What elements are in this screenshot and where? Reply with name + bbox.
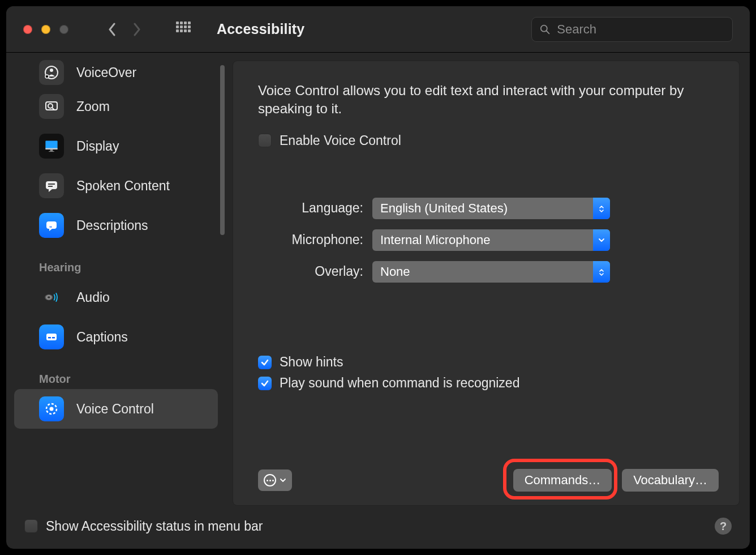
forward-button[interactable] bbox=[132, 22, 142, 37]
ellipsis-icon bbox=[264, 474, 276, 486]
toolbar: Accessibility bbox=[6, 6, 750, 53]
sidebar-item-label: Voice Control bbox=[76, 402, 154, 417]
sidebar-category-hearing: Hearing bbox=[14, 245, 233, 278]
sidebar-item-label: Audio bbox=[76, 290, 110, 305]
voice-control-icon bbox=[39, 396, 64, 421]
search-input[interactable] bbox=[556, 22, 724, 37]
svg-rect-8 bbox=[176, 29, 179, 32]
sidebar-item-descriptions[interactable]: „ Descriptions bbox=[14, 206, 218, 245]
sidebar-list: VoiceOver Zoom Display bbox=[14, 55, 233, 429]
content: VoiceOver Zoom Display bbox=[6, 53, 750, 510]
svg-rect-25 bbox=[48, 183, 55, 185]
zoom-icon bbox=[39, 94, 64, 119]
language-label: Language: bbox=[258, 200, 363, 216]
nav-arrows bbox=[107, 22, 142, 37]
play-sound-checkbox[interactable] bbox=[258, 377, 272, 390]
search-field[interactable] bbox=[531, 17, 733, 42]
search-icon bbox=[540, 24, 550, 35]
svg-rect-22 bbox=[50, 150, 53, 151]
svg-rect-11 bbox=[188, 29, 191, 32]
audio-icon bbox=[39, 285, 64, 310]
show-hints-checkbox[interactable] bbox=[258, 356, 272, 369]
microphone-value: Internal Microphone bbox=[380, 233, 490, 247]
enable-voice-control-checkbox[interactable] bbox=[258, 134, 272, 147]
minimize-window-button[interactable] bbox=[41, 25, 50, 34]
show-hints-label: Show hints bbox=[280, 355, 343, 370]
display-icon bbox=[39, 134, 64, 159]
microphone-label: Microphone: bbox=[258, 232, 363, 247]
svg-point-16 bbox=[45, 75, 49, 78]
svg-rect-32 bbox=[46, 334, 57, 340]
help-button[interactable]: ? bbox=[715, 518, 732, 535]
close-window-button[interactable] bbox=[23, 25, 32, 34]
sidebar-item-audio[interactable]: Audio bbox=[14, 278, 218, 317]
spoken-content-icon bbox=[39, 173, 64, 198]
back-button[interactable] bbox=[107, 22, 117, 37]
sidebar-item-label: Display bbox=[76, 139, 119, 154]
play-sound-label: Play sound when command is recognized bbox=[280, 375, 519, 391]
svg-rect-3 bbox=[188, 22, 191, 24]
svg-rect-10 bbox=[184, 29, 187, 32]
language-value: English (United States) bbox=[380, 201, 508, 216]
chevron-right-icon bbox=[133, 23, 141, 36]
svg-point-12 bbox=[541, 25, 547, 31]
voice-control-form: Language: English (United States) Microp… bbox=[258, 193, 719, 288]
svg-rect-24 bbox=[46, 181, 57, 189]
svg-rect-23 bbox=[49, 151, 54, 152]
show-status-checkbox[interactable] bbox=[24, 519, 38, 533]
sidebar-item-voice-control[interactable]: Voice Control bbox=[14, 389, 218, 429]
svg-rect-1 bbox=[180, 22, 183, 24]
svg-rect-9 bbox=[180, 29, 183, 32]
stepper-icon bbox=[593, 198, 610, 219]
captions-icon bbox=[39, 325, 64, 349]
zoom-window-button bbox=[59, 25, 68, 34]
lower-options: Show hints Play sound when command is re… bbox=[258, 349, 519, 391]
chevron-left-icon bbox=[108, 23, 116, 36]
microphone-select[interactable]: Internal Microphone bbox=[372, 229, 610, 251]
stepper-icon bbox=[593, 261, 610, 283]
grid-icon bbox=[176, 22, 192, 37]
sidebar-item-label: Spoken Content bbox=[76, 178, 170, 194]
main-panel-container: Voice Control allows you to edit text an… bbox=[233, 53, 750, 510]
voiceover-icon bbox=[39, 60, 64, 85]
enable-voice-control-label: Enable Voice Control bbox=[280, 133, 401, 148]
chevron-down-icon bbox=[280, 478, 286, 483]
sidebar-scrollbar[interactable] bbox=[220, 65, 225, 235]
language-select[interactable]: English (United States) bbox=[372, 198, 610, 219]
sidebar-item-label: Descriptions bbox=[76, 218, 148, 233]
sidebar-item-label: VoiceOver bbox=[76, 65, 136, 80]
preferences-window: Accessibility VoiceOver bbox=[6, 6, 750, 549]
svg-text:„: „ bbox=[49, 222, 52, 228]
sidebar-item-zoom[interactable]: Zoom bbox=[14, 87, 218, 126]
overlay-row: Overlay: None bbox=[258, 256, 719, 288]
svg-rect-7 bbox=[188, 25, 191, 28]
sidebar-item-voiceover[interactable]: VoiceOver bbox=[14, 58, 218, 87]
commands-button[interactable]: Commands… bbox=[513, 469, 612, 492]
sidebar-item-captions[interactable]: Captions bbox=[14, 317, 218, 357]
footer: Show Accessibility status in menu bar ? bbox=[6, 510, 750, 542]
sidebar-item-display[interactable]: Display bbox=[14, 126, 218, 166]
svg-rect-6 bbox=[184, 25, 187, 28]
chevron-down-icon bbox=[593, 229, 610, 251]
panel-intro: Voice Control allows you to edit text an… bbox=[258, 82, 719, 118]
overlay-select[interactable]: None bbox=[372, 261, 610, 283]
voice-control-panel: Voice Control allows you to edit text an… bbox=[233, 61, 740, 506]
svg-point-15 bbox=[50, 69, 53, 72]
show-status-label: Show Accessibility status in menu bar bbox=[46, 519, 263, 534]
svg-point-31 bbox=[48, 296, 50, 298]
svg-rect-2 bbox=[184, 22, 187, 24]
svg-rect-33 bbox=[48, 337, 51, 339]
panel-bottom-row: Commands… Vocabulary… bbox=[258, 469, 719, 492]
microphone-row: Microphone: Internal Microphone bbox=[258, 224, 719, 256]
show-all-preferences-button[interactable] bbox=[176, 22, 192, 37]
svg-rect-0 bbox=[176, 22, 179, 24]
overlay-value: None bbox=[380, 264, 410, 279]
sidebar: VoiceOver Zoom Display bbox=[6, 53, 233, 510]
more-actions-button[interactable] bbox=[258, 469, 292, 491]
svg-rect-26 bbox=[48, 186, 53, 187]
vocabulary-button[interactable]: Vocabulary… bbox=[622, 469, 719, 492]
sidebar-item-label: Zoom bbox=[76, 99, 110, 114]
sidebar-item-spoken-content[interactable]: Spoken Content bbox=[14, 166, 218, 206]
descriptions-icon: „ bbox=[39, 213, 64, 238]
svg-rect-5 bbox=[180, 25, 183, 28]
